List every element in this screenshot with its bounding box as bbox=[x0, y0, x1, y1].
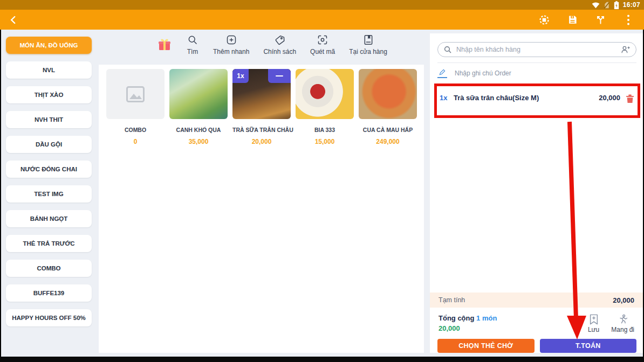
sidebar-item-nvl[interactable]: NVL bbox=[6, 61, 92, 79]
toolbar-scan-code[interactable]: Quét mã bbox=[303, 33, 342, 55]
customer-search-input[interactable] bbox=[456, 46, 621, 53]
product-card-combo[interactable]: COMBO 0 bbox=[106, 69, 165, 145]
hold-ticket-button[interactable]: CHỌN THẺ CHỜ bbox=[437, 339, 535, 353]
toolbar-policy-label: Chính sách bbox=[263, 48, 296, 55]
overflow-menu-icon[interactable] bbox=[622, 14, 634, 26]
order-line-item[interactable]: 1x Trà sữa trân châu(Size M) 20,000 bbox=[430, 84, 643, 103]
product-grid: COMBO 0 CANH KHỔ QUA 35,000 1x TRÀ S bbox=[99, 65, 424, 145]
product-name: CANH KHỔ QUA bbox=[169, 127, 228, 133]
save-order-icon[interactable] bbox=[566, 14, 578, 26]
search-icon bbox=[443, 45, 452, 54]
sidebar-item-buffe139[interactable]: BUFFE139 bbox=[6, 284, 92, 302]
pencil-icon bbox=[437, 68, 447, 78]
product-name: TRÀ SỮA TRÂN CHÂU bbox=[232, 127, 291, 133]
product-image-bia-333 bbox=[296, 69, 354, 119]
pos-app-screen: 16:07 bbox=[0, 0, 644, 362]
total-item-count: 1 món bbox=[476, 314, 497, 322]
product-price: 249,000 bbox=[359, 138, 417, 145]
sidebar-item-nuoc-dong-chai[interactable]: NƯỚC ĐÓNG CHAI bbox=[6, 161, 92, 178]
product-price: 20,000 bbox=[232, 138, 291, 145]
takeaway-label: Mang đi bbox=[611, 326, 634, 333]
subtotal-row: Tạm tính 20,000 bbox=[430, 293, 643, 308]
scan-icon bbox=[316, 33, 329, 46]
order-panel: Nhập ghi chú Order 1x Trà sữa trân châu(… bbox=[430, 33, 643, 353]
order-note-placeholder: Nhập ghi chú Order bbox=[455, 69, 511, 77]
subtotal-label: Tạm tính bbox=[439, 296, 465, 304]
android-nav-bar bbox=[0, 357, 644, 362]
sidebar-item-happy-hours[interactable]: HAPPY HOURS OFF 50% bbox=[6, 309, 92, 326]
totals-row: Tổng cộng 1 món 20,000 Lưu bbox=[430, 308, 643, 333]
toolbar-quick-add-label: Thêm nhanh bbox=[213, 48, 249, 55]
product-image-tra-sua: 1x bbox=[232, 69, 291, 119]
product-price: 35,000 bbox=[169, 138, 228, 145]
takeaway-button[interactable]: Mang đi bbox=[611, 314, 634, 333]
toolbar-at-store-label: Tại cửa hàng bbox=[349, 48, 387, 55]
category-sidebar: MÓN ĂN, ĐỒ UỐNG NVL THỊT XÀO NVH THIT DẦ… bbox=[6, 37, 92, 334]
product-name: COMBO bbox=[106, 127, 165, 133]
plus-square-icon bbox=[225, 33, 238, 46]
product-image-canh-kho-qua bbox=[169, 69, 228, 119]
no-sim-icon bbox=[604, 2, 610, 9]
decrease-quantity-button[interactable] bbox=[268, 69, 291, 83]
main-content: MÓN ĂN, ĐỒ UỐNG NVL THỊT XÀO NVH THIT DẦ… bbox=[1, 30, 643, 357]
save-order-button[interactable]: Lưu bbox=[588, 314, 599, 333]
quantity-badge: 1x bbox=[232, 69, 249, 83]
toolbar-search-label: Tìm bbox=[187, 48, 198, 55]
battery-charging-icon bbox=[614, 1, 619, 9]
product-price: 0 bbox=[106, 138, 165, 145]
sidebar-item-the-tra-truoc[interactable]: THẺ TRẢ TRƯỚC bbox=[6, 235, 92, 252]
total-label: Tổng cộng bbox=[439, 314, 474, 322]
sidebar-item-mon-an-do-uong[interactable]: MÓN ĂN, ĐỒ UỐNG bbox=[6, 37, 92, 54]
minus-icon bbox=[276, 75, 283, 77]
sidebar-item-thit-xao[interactable]: THỊT XÀO bbox=[6, 86, 92, 103]
checkout-button-row: CHỌN THẺ CHỜ T.TOÁN bbox=[430, 333, 643, 353]
product-grid-panel: COMBO 0 CANH KHỔ QUA 35,000 1x TRÀ S bbox=[99, 65, 424, 353]
sidebar-item-nvh-thit[interactable]: NVH THIT bbox=[6, 111, 92, 128]
back-button[interactable] bbox=[5, 12, 22, 28]
split-order-icon[interactable] bbox=[594, 14, 606, 26]
clock: 16:07 bbox=[623, 1, 640, 9]
sidebar-item-dau-goi[interactable]: DẦU GỘI bbox=[6, 136, 92, 153]
app-toolbar bbox=[0, 10, 644, 30]
tag-icon bbox=[273, 33, 286, 46]
product-name: CUA CÀ MAU HẤP bbox=[359, 127, 417, 133]
product-card-canh-kho-qua[interactable]: CANH KHỔ QUA 35,000 bbox=[169, 69, 228, 145]
sidebar-item-test-img[interactable]: TEST IMG bbox=[6, 185, 92, 203]
sidebar-item-banh-ngot[interactable]: BÁNH NGỌT bbox=[6, 210, 92, 227]
line-item-price: 20,000 bbox=[599, 94, 620, 102]
product-card-tra-sua[interactable]: 1x TRÀ SỮA TRÂN CHÂU 20,000 bbox=[232, 69, 291, 145]
add-customer-icon[interactable] bbox=[621, 45, 631, 54]
product-image-cua-ca-mau bbox=[359, 69, 417, 119]
customer-search-bar[interactable] bbox=[437, 42, 636, 57]
toolbar-quick-add[interactable]: Thêm nhanh bbox=[206, 33, 256, 55]
product-toolbar: Tìm Thêm nhanh Chính sách bbox=[157, 33, 384, 61]
subtotal-value: 20,000 bbox=[613, 296, 634, 304]
toolbar-scan-label: Quét mã bbox=[310, 48, 335, 55]
product-card-bia-333[interactable]: BIA 333 15,000 bbox=[296, 69, 354, 145]
android-status-bar: 16:07 bbox=[0, 0, 644, 10]
total-value: 20,000 bbox=[439, 324, 497, 332]
search-icon bbox=[186, 33, 199, 46]
product-price: 15,000 bbox=[296, 138, 354, 145]
delete-item-icon[interactable] bbox=[626, 94, 634, 103]
product-card-cua-ca-mau[interactable]: CUA CÀ MAU HẤP 249,000 bbox=[359, 69, 417, 145]
running-person-icon bbox=[618, 314, 628, 325]
order-note-row[interactable]: Nhập ghi chú Order bbox=[437, 62, 636, 84]
save-order-label: Lưu bbox=[588, 326, 599, 333]
product-image-combo bbox=[106, 69, 165, 119]
bookmark-plus-icon bbox=[589, 314, 599, 325]
pay-button[interactable]: T.TOÁN bbox=[540, 339, 637, 353]
globe-icon[interactable] bbox=[538, 14, 550, 26]
store-book-icon bbox=[362, 33, 375, 46]
product-name: BIA 333 bbox=[296, 127, 354, 133]
line-item-name: Trà sữa trân châu(Size M) bbox=[454, 94, 599, 102]
toolbar-at-store[interactable]: Tại cửa hàng bbox=[342, 33, 394, 55]
image-placeholder-icon bbox=[126, 86, 145, 102]
total-label-line: Tổng cộng 1 món bbox=[439, 314, 497, 322]
wifi-icon bbox=[592, 2, 600, 9]
gift-icon[interactable] bbox=[157, 38, 172, 52]
sidebar-item-combo[interactable]: COMBO bbox=[6, 260, 92, 277]
toolbar-search[interactable]: Tìm bbox=[179, 33, 206, 55]
line-item-quantity: 1x bbox=[440, 94, 454, 102]
toolbar-policy[interactable]: Chính sách bbox=[256, 33, 303, 55]
